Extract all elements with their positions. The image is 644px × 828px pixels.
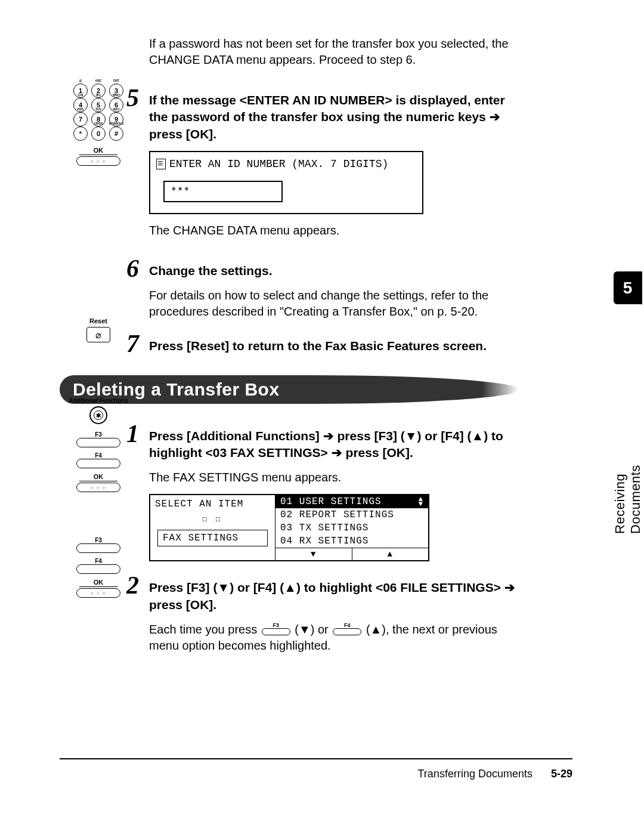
f3-button-illustration: F3 (60, 431, 137, 447)
keypad-key-#: #SYMBOLS (109, 126, 123, 141)
step-note: The FAX SETTINGS menu appears. (149, 469, 519, 486)
down-arrow-icon: ▼ (275, 548, 352, 560)
step-heading: Press [Additional Functions] ➔ press [F3… (149, 428, 519, 462)
f4-button-illustration: F4 (60, 558, 137, 574)
f4-inline-icon: F4 (333, 623, 361, 635)
step-number: 2 (126, 571, 139, 600)
step-number: 6 (126, 254, 139, 283)
step-body: For details on how to select and change … (149, 288, 519, 320)
f4-button-illustration: F4 (60, 452, 137, 468)
step-5: 5 If the message <ENTER AN ID NUMBER> is… (149, 92, 519, 239)
numeric-keypad-illustration: 1@2ABC3DEF4GHI5JKL6MNO7PRS8TUV9WXY*0OPER… (72, 84, 125, 166)
page-footer: Transferring Documents 5-29 (60, 758, 572, 780)
keypad-key-*: * (73, 126, 88, 141)
keypad-key-7: 7PRS (73, 112, 88, 126)
step-7: 7 Press [Reset] to return to the Fax Bas… (149, 338, 519, 354)
footer-title: Transferring Documents (418, 768, 532, 780)
lcd-input-value: *** (163, 181, 283, 202)
step-heading: Press [Reset] to return to the Fax Basic… (149, 338, 519, 354)
menu-item-selected: 01 USER SETTINGS ▲▼ (275, 495, 428, 508)
step-heading: If the message <ENTER AN ID NUMBER> is d… (149, 92, 519, 143)
step-number: 7 (126, 329, 139, 358)
delete-step-1: 1 Press [Additional Functions] ➔ press [… (149, 428, 519, 562)
lcd-screenshot: ENTER AN ID NUMBER (MAX. 7 DIGITS) *** (149, 151, 423, 214)
up-arrow-icon: ▲ (352, 548, 429, 560)
ok-button-illustration: OK (76, 147, 120, 166)
scroll-indicator-icon: ▲▼ (419, 497, 423, 506)
f3-inline-icon: F3 (262, 623, 290, 635)
breadcrumb-icon: □ □ (155, 515, 270, 524)
chapter-label: Receiving Documents (612, 412, 643, 534)
reset-icon: ⌀ (86, 327, 110, 342)
step-heading: Change the settings. (149, 262, 519, 279)
step-6: 6 Change the settings. For details on ho… (149, 262, 519, 320)
step-number: 5 (126, 84, 139, 112)
intro-paragraph: If a password has not been set for the t… (149, 36, 519, 68)
page-number: 5-29 (551, 768, 572, 780)
delete-step-2: 2 Press [F3] (▼) or [F4] (▲) to highligh… (149, 579, 519, 654)
step-note: The CHANGE DATA menu appears. (149, 223, 519, 239)
step-body: Each time you press F3 (▼) or F4 (▲), th… (149, 622, 519, 654)
keypad-key-0: 0OPER (91, 126, 106, 141)
ok-button-illustration: OK (60, 579, 137, 598)
menu-item: 03 TX SETTINGS (275, 521, 428, 535)
document-icon (156, 159, 166, 169)
step-number: 1 (126, 419, 139, 448)
step-heading: Press [F3] (▼) or [F4] (▲) to highlight … (149, 579, 519, 613)
chapter-tab: 5 Receiving Documents (611, 271, 644, 534)
menu-item: 02 REPORT SETTINGS (275, 508, 428, 521)
f3-button-illustration: F3 (60, 537, 137, 553)
ok-button-illustration: OK (60, 473, 137, 492)
reset-button-illustration: Reset ⌀ (60, 317, 137, 342)
chapter-number: 5 (614, 271, 642, 304)
menu-item: 04 RX SETTINGS (275, 535, 428, 548)
additional-functions-illustration: Additional Functions ✱ (60, 397, 137, 424)
fax-settings-menu-screenshot: SELECT AN ITEM □ □ FAX SETTINGS 01 USER … (149, 494, 429, 561)
